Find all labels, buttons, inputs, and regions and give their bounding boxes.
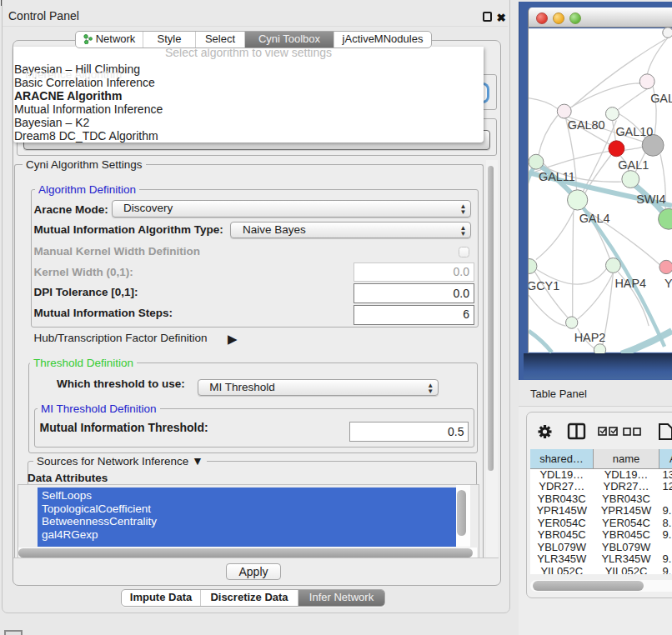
- svg-text:GAL10: GAL10: [615, 125, 653, 138]
- svg-text:GAL7: GAL7: [650, 92, 672, 105]
- svg-text:GCY1: GCY1: [528, 279, 559, 292]
- svg-text:GAL80: GAL80: [568, 118, 605, 132]
- svg-text:GAL4: GAL4: [579, 212, 610, 225]
- svg-text:SWI4: SWI4: [636, 192, 665, 206]
- svg-text:GAL11: GAL11: [539, 170, 575, 183]
- svg-text:YJ: YJ: [664, 277, 672, 290]
- svg-text:HAP4: HAP4: [614, 277, 646, 290]
- svg-text:GAL1: GAL1: [618, 158, 649, 172]
- svg-text:HAP2: HAP2: [574, 331, 606, 344]
